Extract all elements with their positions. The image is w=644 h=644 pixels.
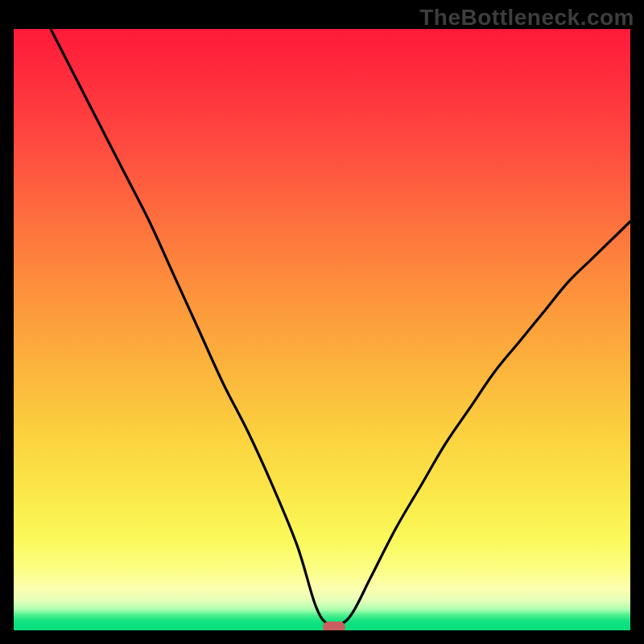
plot-area xyxy=(14,29,630,630)
optimum-marker xyxy=(323,621,345,630)
chart-container: TheBottleneck.com xyxy=(0,0,644,644)
bottleneck-curve xyxy=(14,29,630,630)
watermark-text: TheBottleneck.com xyxy=(419,5,634,31)
